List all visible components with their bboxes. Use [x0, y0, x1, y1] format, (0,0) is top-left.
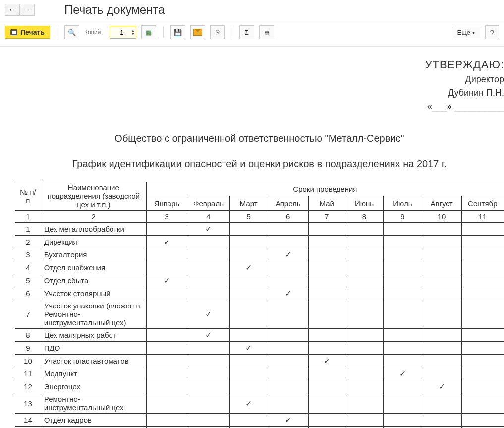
- month-cell: [461, 342, 504, 355]
- month-cell: [229, 223, 268, 236]
- month-cell: [146, 367, 187, 380]
- copies-up[interactable]: ▲: [131, 29, 135, 32]
- email-button[interactable]: [190, 25, 205, 39]
- month-cell: ✓: [187, 223, 230, 236]
- month-cell: ✓: [229, 261, 268, 274]
- month-cell: [461, 223, 504, 236]
- copies-down[interactable]: ▼: [131, 32, 135, 36]
- department-name: Отдел кадров: [41, 414, 146, 427]
- month-cell: [229, 248, 268, 261]
- month-cell: [384, 427, 422, 428]
- template-button[interactable]: ▦: [141, 25, 156, 39]
- department-name: Дирекция: [41, 236, 146, 248]
- column-number: 5: [229, 211, 268, 223]
- month-cell: [187, 367, 230, 380]
- save-icon: 💾: [174, 29, 182, 36]
- month-cell: [461, 380, 504, 393]
- table-row: 11Медпункт✓: [15, 367, 504, 380]
- month-header: Июнь: [345, 196, 383, 211]
- more-button-label: Еще: [457, 29, 470, 36]
- month-header: Июль: [384, 196, 422, 211]
- month-cell: [308, 287, 345, 300]
- month-cell: [384, 300, 422, 329]
- month-cell: [308, 414, 345, 427]
- copies-input[interactable]: [113, 28, 130, 37]
- copies-stepper[interactable]: ▲ ▼: [110, 26, 136, 39]
- month-cell: [308, 248, 345, 261]
- table-row: 9ПДО✓: [15, 342, 504, 355]
- column-number: 10: [422, 211, 461, 223]
- month-cell: [345, 329, 383, 342]
- table-row: 4Отдел снабжения✓: [15, 261, 504, 274]
- month-cell: [268, 274, 308, 287]
- help-button[interactable]: ?: [485, 25, 499, 39]
- month-cell: [461, 427, 504, 428]
- month-cell: [384, 223, 422, 236]
- nav-forward-button[interactable]: →: [20, 4, 35, 16]
- month-cell: [345, 287, 383, 300]
- col-period-header: Сроки проведения: [146, 182, 504, 196]
- month-cell: [268, 300, 308, 329]
- month-cell: [229, 329, 268, 342]
- row-number: 13: [15, 393, 41, 414]
- month-cell: [146, 342, 187, 355]
- table-row: 5Отдел сбыта✓: [15, 274, 504, 287]
- month-cell: [229, 274, 268, 287]
- month-cell: [308, 261, 345, 274]
- sum-button[interactable]: Σ: [239, 25, 254, 39]
- export-button[interactable]: ⎘: [210, 25, 225, 39]
- sigma-icon: Σ: [245, 29, 249, 36]
- department-name: Участок упаковки (вложен в Ремонтно-инст…: [41, 300, 146, 329]
- approve-date: «___» __________: [15, 100, 504, 113]
- month-cell: [268, 380, 308, 393]
- month-cell: ✓: [146, 274, 187, 287]
- row-number: 4: [15, 261, 41, 274]
- department-name: Ремонтно-инструментальный цех: [41, 393, 146, 414]
- department-name: Цех малярных работ: [41, 329, 146, 342]
- schedule-table: № п/п Наименование подразделения (заводс…: [15, 182, 504, 428]
- print-button[interactable]: Печать: [5, 26, 50, 39]
- month-cell: [422, 342, 461, 355]
- month-cell: [187, 274, 230, 287]
- department-name: Энергоцех: [41, 380, 146, 393]
- document-title: График идентификации опасностей и оценки…: [15, 158, 504, 170]
- month-cell: ✓: [187, 300, 230, 329]
- row-number: 7: [15, 300, 41, 329]
- month-header: Август: [422, 196, 461, 211]
- month-cell: [187, 380, 230, 393]
- month-header: Февраль: [187, 196, 230, 211]
- month-cell: [461, 355, 504, 367]
- department-name: Участок столярный: [41, 287, 146, 300]
- month-cell: [384, 261, 422, 274]
- month-cell: [422, 427, 461, 428]
- calc-button[interactable]: ▤: [259, 25, 274, 39]
- more-button[interactable]: Еще ▾: [452, 27, 480, 38]
- mail-icon: [193, 29, 202, 36]
- month-cell: [308, 367, 345, 380]
- preview-button[interactable]: 🔍: [64, 25, 79, 39]
- department-name: Участок пластавтоматов: [41, 355, 146, 367]
- month-cell: [345, 274, 383, 287]
- table-row: 2Дирекция✓: [15, 236, 504, 248]
- month-cell: [308, 427, 345, 428]
- month-cell: [345, 414, 383, 427]
- table-row: 13Ремонтно-инструментальный цех✓: [15, 393, 504, 414]
- month-cell: ✓: [308, 355, 345, 367]
- month-cell: [384, 355, 422, 367]
- save-button[interactable]: 💾: [170, 25, 185, 39]
- month-cell: [308, 329, 345, 342]
- month-cell: [146, 248, 187, 261]
- month-header: Апрель: [268, 196, 308, 211]
- month-cell: [308, 274, 345, 287]
- row-number: 5: [15, 274, 41, 287]
- month-cell: [187, 427, 230, 428]
- month-cell: [308, 393, 345, 414]
- month-cell: [384, 236, 422, 248]
- month-cell: [461, 274, 504, 287]
- export-icon: ⎘: [216, 29, 220, 36]
- nav-back-button[interactable]: ←: [5, 4, 20, 16]
- col-name-header: Наименование подразделения (заводской це…: [41, 182, 146, 211]
- month-cell: [146, 261, 187, 274]
- month-cell: [308, 236, 345, 248]
- printer-icon: [10, 29, 17, 35]
